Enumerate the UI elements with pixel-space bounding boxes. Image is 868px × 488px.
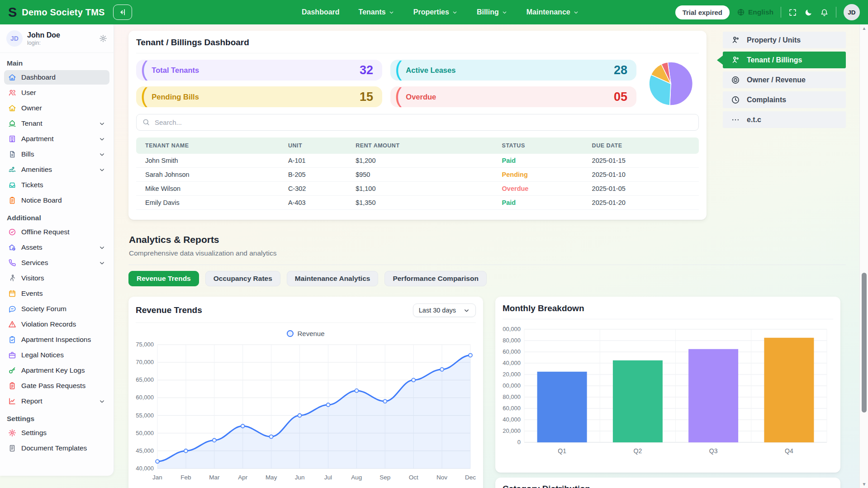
user-avatar[interactable]: JD — [844, 4, 860, 20]
house-icon — [8, 104, 16, 112]
stat-accent-bracket: ( — [141, 60, 147, 78]
language-label: English — [748, 8, 773, 16]
table-cell-status: Paid — [502, 196, 592, 210]
bell-icon — [820, 8, 829, 17]
sidebar-item-apartment-key-logs[interactable]: Apartment Key Logs — [4, 363, 109, 378]
sidebar-item-user[interactable]: User — [4, 85, 109, 100]
quick-nav-complaints[interactable]: Complaints — [723, 91, 846, 108]
phone-icon — [8, 259, 16, 267]
tab-revenue-trends[interactable]: Revenue Trends — [128, 271, 199, 286]
svg-text:Q3: Q3 — [709, 447, 718, 455]
quick-nav-property-units[interactable]: Property / Units — [723, 32, 846, 48]
quick-nav-e-t-c[interactable]: e.t.c — [723, 111, 846, 128]
sidebar-item-offline-request[interactable]: Offline Request — [4, 225, 109, 239]
sidebar-item-assets[interactable]: Assets — [4, 240, 109, 255]
sidebar-item-report[interactable]: Report — [4, 394, 109, 408]
scroll-up-arrow[interactable]: ▲ — [860, 26, 868, 31]
nav-link-tenants[interactable]: Tenants — [359, 8, 394, 16]
table-row-emily-davis[interactable]: Emily DavisA-403$1,350Paid2025-01-20 — [136, 196, 699, 210]
page-scrollbar[interactable]: ▲ ▼ — [859, 24, 868, 488]
sidebar-collapse-button[interactable] — [113, 5, 132, 20]
stat-value: 05 — [614, 90, 627, 104]
quick-nav-tenant-billings[interactable]: Tenant / Billings — [723, 52, 846, 68]
sidebar-item-document-templates[interactable]: Document Templates — [4, 441, 109, 455]
sidebar-item-label: Assets — [21, 243, 43, 251]
tab-maintenance-analytics[interactable]: Maintenance Analytics — [287, 271, 379, 286]
sidebar-item-settings[interactable]: Settings — [4, 426, 109, 440]
tab-performance-comparison[interactable]: Performance Comparison — [384, 271, 487, 286]
quick-nav-label: Tenant / Billings — [747, 56, 802, 64]
category-distribution-card: Category Distribution — [495, 478, 840, 488]
stat-label: Active Leases — [406, 66, 455, 75]
svg-text:Mar: Mar — [209, 474, 220, 481]
quick-nav-owner-revenue[interactable]: Owner / Revenue — [723, 71, 846, 88]
nav-link-maintenance[interactable]: Maintenance — [526, 8, 579, 16]
table-cell-rent: $1,100 — [356, 182, 502, 196]
target-icon — [731, 76, 740, 85]
notifications-button[interactable] — [820, 8, 829, 17]
profile-settings-gear-icon[interactable] — [99, 34, 107, 43]
sidebar-profile: JD John Doe login: — [0, 24, 114, 53]
stat-card-pending-bills: (Pending Bills15 — [136, 86, 382, 107]
nav-link-label: Maintenance — [526, 8, 570, 16]
app-logo: S — [8, 6, 17, 19]
sidebar-item-apartment-inspections[interactable]: Apartment Inspections — [4, 332, 109, 347]
scrollbar-thumb[interactable] — [862, 273, 867, 412]
sidebar-item-events[interactable]: Events — [4, 286, 109, 301]
sidebar-item-dashboard[interactable]: Dashboard — [4, 70, 109, 85]
revenue-legend-label: Revenue — [297, 330, 324, 337]
sidebar-item-visitors[interactable]: Visitors — [4, 271, 109, 285]
revenue-line-chart: 75,00070,00065,00060,00055,00050,00045,0… — [136, 340, 476, 486]
sidebar-item-notice-board[interactable]: Notice Board — [4, 193, 109, 208]
sidebar-item-owner[interactable]: Owner — [4, 101, 109, 115]
search-input[interactable] — [136, 114, 699, 131]
units-icon — [731, 56, 740, 65]
navbar-divider — [781, 7, 781, 18]
sidebar-item-legal-notices[interactable]: Legal Notices — [4, 348, 109, 362]
tab-occupancy-rates[interactable]: Occupancy Rates — [205, 271, 280, 286]
language-selector[interactable]: English — [737, 8, 773, 16]
monthly-breakdown-title: Monthly Breakdown — [503, 303, 833, 313]
table-row-sarah-johnson[interactable]: Sarah JohnsonB-205$950Pending2025-01-10 — [136, 168, 699, 182]
profile-login-label: login: — [27, 40, 60, 46]
dark-mode-button[interactable] — [804, 8, 813, 17]
svg-text:Nov: Nov — [436, 474, 447, 481]
sidebar-item-violation-records[interactable]: Violation Records — [4, 317, 109, 332]
fullscreen-button[interactable] — [788, 8, 797, 17]
svg-text:Sep: Sep — [379, 474, 390, 481]
date-range-select[interactable]: Last 30 days — [413, 303, 476, 317]
scroll-down-arrow[interactable]: ▼ — [860, 482, 868, 487]
sidebar-item-services[interactable]: Services — [4, 256, 109, 270]
table-cell-due: 2025-01-15 — [592, 154, 699, 168]
sidebar-item-society-forum[interactable]: Society Forum — [4, 302, 109, 316]
nav-link-billing[interactable]: Billing — [477, 8, 508, 16]
navbar-divider — [836, 7, 836, 18]
sidebar-item-label: Legal Notices — [21, 351, 64, 359]
svg-text:Jun: Jun — [295, 474, 305, 481]
sidebar-item-amenities[interactable]: Amenities — [4, 162, 109, 177]
svg-text:120,000: 120,000 — [503, 371, 521, 378]
sidebar-item-gate-pass-requests[interactable]: Gate Pass Requests — [4, 379, 109, 393]
sidebar-item-apartment[interactable]: Apartment — [4, 132, 109, 146]
nav-link-properties[interactable]: Properties — [413, 8, 458, 16]
divider — [136, 322, 476, 323]
revenue-legend-marker — [287, 330, 294, 337]
sidebar-section-label: Main — [7, 59, 114, 67]
sidebar-item-bills[interactable]: Bills — [4, 147, 109, 161]
stat-value: 28 — [614, 63, 627, 77]
quick-nav-label: e.t.c — [747, 116, 761, 124]
revenue-trends-card: Revenue Trends Last 30 days Revenue 75,0… — [128, 297, 483, 488]
svg-text:60,000: 60,000 — [503, 405, 521, 412]
svg-text:50,000: 50,000 — [136, 430, 154, 436]
globe-icon — [737, 8, 745, 16]
table-header-cell: STATUS — [502, 137, 592, 154]
inbox-icon — [8, 181, 16, 189]
table-row-john-smith[interactable]: John SmithA-101$1,200Paid2025-01-15 — [136, 154, 699, 168]
sidebar-item-tickets[interactable]: Tickets — [4, 178, 109, 192]
table-cell-due: 2025-01-20 — [592, 196, 699, 210]
top-navbar: S Demo Society TMS DashboardTenantsPrope… — [0, 0, 868, 24]
navbar-right-controls: Trial expired English JD — [675, 4, 860, 20]
table-row-mike-wilson[interactable]: Mike WilsonC-302$1,100Overdue2025-01-05 — [136, 182, 699, 196]
sidebar-item-tenant[interactable]: Tenant — [4, 116, 109, 131]
nav-link-dashboard[interactable]: Dashboard — [302, 8, 340, 16]
